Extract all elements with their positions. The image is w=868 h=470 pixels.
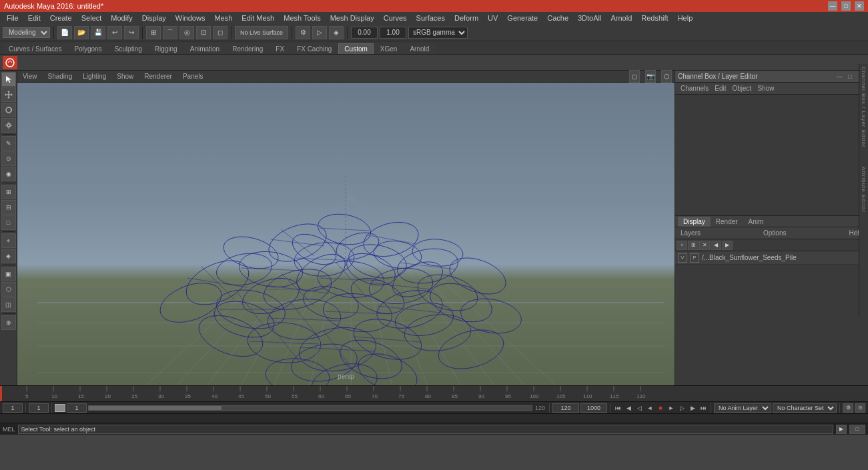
rp-minimize-btn[interactable]: — bbox=[835, 72, 844, 81]
redo-button[interactable]: ↪ bbox=[124, 26, 139, 39]
viewport-menu-panels[interactable]: Panels bbox=[180, 73, 206, 80]
menu-modify[interactable]: Modify bbox=[107, 13, 136, 23]
shelf-tab-rigging[interactable]: Rigging bbox=[149, 43, 183, 54]
ipr-button[interactable]: ◈ bbox=[329, 26, 344, 39]
snap-surface-button[interactable]: ◻ bbox=[213, 26, 228, 39]
viewport-menu-shading[interactable]: Shading bbox=[45, 73, 75, 80]
soft-select-button[interactable]: ◉ bbox=[1, 167, 16, 181]
anim-start-input[interactable]: 120 bbox=[552, 403, 579, 413]
lh-options[interactable]: Options bbox=[761, 229, 789, 237]
next-frame-btn[interactable]: ▶ bbox=[688, 403, 697, 413]
frame-start-input[interactable]: 1 bbox=[3, 403, 23, 413]
render-settings-button[interactable]: ⚙ bbox=[296, 26, 310, 39]
timeline-ruler[interactable]: 5 10 15 20 25 30 35 40 45 50 5 bbox=[0, 386, 868, 402]
ch-menu-object[interactable]: Object bbox=[730, 85, 755, 92]
rp-float-btn[interactable]: □ bbox=[845, 72, 855, 81]
menu-create[interactable]: Create bbox=[46, 13, 76, 23]
layer-visibility-btn[interactable]: V bbox=[678, 253, 687, 263]
menu-cache[interactable]: Cache bbox=[543, 13, 572, 23]
shelf-tab-curves[interactable]: Curves / Surfaces bbox=[3, 43, 67, 54]
hide-selected-button[interactable]: □ bbox=[1, 215, 16, 230]
ch-menu-show[interactable]: Show bbox=[755, 85, 777, 92]
mel-run-btn[interactable]: ▶ bbox=[836, 425, 847, 434]
quick-select-button[interactable]: ⊕ bbox=[1, 315, 16, 330]
snap-point-button[interactable]: ◎ bbox=[179, 26, 194, 39]
playback-bar[interactable] bbox=[88, 405, 532, 411]
viewport-menu-show[interactable]: Show bbox=[114, 73, 136, 80]
isolate-button[interactable]: ⊟ bbox=[1, 200, 16, 215]
shelf-tab-polygons[interactable]: Polygons bbox=[68, 43, 107, 54]
shelf-tab-arnold[interactable]: Arnold bbox=[404, 43, 435, 54]
snap-view-button[interactable]: ⊡ bbox=[196, 26, 211, 39]
viewport[interactable]: X Y Z persp bbox=[17, 83, 675, 385]
playback-slider-handle[interactable] bbox=[55, 404, 65, 412]
stop-btn[interactable]: ■ bbox=[656, 403, 665, 413]
vp-select-mask-btn[interactable]: ◻ bbox=[629, 70, 640, 83]
shelf-tab-animation[interactable]: Animation bbox=[184, 43, 226, 54]
vp-display-mode-btn[interactable]: ⬡ bbox=[661, 70, 672, 83]
menu-uv[interactable]: UV bbox=[484, 13, 502, 23]
paint-tool-button[interactable]: ✎ bbox=[1, 136, 16, 151]
menu-redshift[interactable]: Redshift bbox=[637, 13, 672, 23]
new-layer-btn[interactable]: + bbox=[677, 241, 687, 250]
current-frame-input[interactable]: 1 bbox=[29, 403, 49, 413]
timeline[interactable]: 5 10 15 20 25 30 35 40 45 50 5 bbox=[0, 385, 868, 401]
layer-playback-btn[interactable]: P bbox=[690, 253, 699, 263]
snap-curve-button[interactable]: ⌒ bbox=[163, 26, 177, 39]
mode-selector[interactable]: Modeling bbox=[3, 27, 50, 38]
menu-file[interactable]: File bbox=[3, 13, 23, 23]
close-button[interactable]: ✕ bbox=[855, 1, 864, 11]
preferences-btn[interactable]: ⚙ bbox=[843, 403, 853, 413]
menu-mesh-display[interactable]: Mesh Display bbox=[326, 13, 378, 23]
skip-start-btn[interactable]: ⏮ bbox=[613, 403, 622, 413]
menu-deform[interactable]: Deform bbox=[450, 13, 482, 23]
anim-end-input[interactable]: 1000 bbox=[580, 403, 607, 413]
menu-display[interactable]: Display bbox=[138, 13, 170, 23]
render-view-button[interactable]: ▣ bbox=[1, 267, 16, 281]
viewport-menu-lighting[interactable]: Lighting bbox=[80, 73, 109, 80]
mel-input[interactable]: Select Tool: select an object bbox=[18, 425, 833, 434]
viewport-menu-view[interactable]: View bbox=[20, 73, 40, 80]
show-all-button[interactable]: ⊞ bbox=[1, 185, 16, 199]
menu-curves[interactable]: Curves bbox=[380, 13, 411, 23]
ch-menu-channels[interactable]: Channels bbox=[678, 85, 711, 92]
shelf-tab-xgen[interactable]: XGen bbox=[374, 43, 404, 54]
layer-left-arrow[interactable]: ◀ bbox=[711, 241, 721, 250]
tab-anim[interactable]: Anim bbox=[743, 217, 769, 227]
prev-frame-btn[interactable]: ◀ bbox=[624, 403, 633, 413]
snap-mode-button[interactable]: ⌖ bbox=[1, 233, 16, 248]
maximize-button[interactable]: □ bbox=[841, 1, 851, 11]
lasso-tool-button[interactable]: ⊙ bbox=[1, 151, 16, 166]
ch-menu-edit[interactable]: Edit bbox=[712, 85, 729, 92]
save-scene-button[interactable]: 💾 bbox=[91, 26, 105, 39]
frame-field[interactable] bbox=[67, 403, 87, 413]
new-scene-button[interactable]: 📄 bbox=[57, 26, 72, 39]
menu-help[interactable]: Help bbox=[674, 13, 697, 23]
uv-editor-button[interactable]: ◫ bbox=[1, 297, 16, 312]
play-fwd-btn[interactable]: ► bbox=[667, 403, 676, 413]
snap-grid-button[interactable]: ⊞ bbox=[146, 26, 161, 39]
prev-key-btn[interactable]: ◁ bbox=[634, 403, 644, 413]
menu-windows[interactable]: Windows bbox=[171, 13, 209, 23]
render-button[interactable]: ▷ bbox=[312, 26, 327, 39]
autokey-btn[interactable]: ⊙ bbox=[855, 403, 865, 413]
minimize-button[interactable]: — bbox=[828, 1, 837, 11]
undo-button[interactable]: ↩ bbox=[107, 26, 122, 39]
shelf-tab-rendering[interactable]: Rendering bbox=[226, 43, 269, 54]
layer-right-arrow[interactable]: ▶ bbox=[722, 241, 733, 250]
colorspace-dropdown[interactable]: sRGB gamma bbox=[408, 27, 468, 39]
menu-generate[interactable]: Generate bbox=[503, 13, 542, 23]
menu-3dtoall[interactable]: 3DtoAll bbox=[574, 13, 605, 23]
lh-layers[interactable]: Layers bbox=[678, 229, 703, 237]
move-tool-button[interactable] bbox=[1, 87, 16, 102]
menu-edit[interactable]: Edit bbox=[24, 13, 45, 23]
shelf-tab-sculpting[interactable]: Sculpting bbox=[109, 43, 148, 54]
no-live-btn[interactable]: No Live Surface bbox=[235, 26, 288, 39]
shelf-tab-fxcaching[interactable]: FX Caching bbox=[291, 43, 338, 54]
menu-arnold[interactable]: Arnold bbox=[606, 13, 636, 23]
menu-mesh[interactable]: Mesh bbox=[210, 13, 236, 23]
shelf-tab-fx[interactable]: FX bbox=[270, 43, 290, 54]
menu-edit-mesh[interactable]: Edit Mesh bbox=[238, 13, 278, 23]
tab-display[interactable]: Display bbox=[678, 217, 711, 227]
rotate-tool-button[interactable] bbox=[1, 103, 16, 117]
